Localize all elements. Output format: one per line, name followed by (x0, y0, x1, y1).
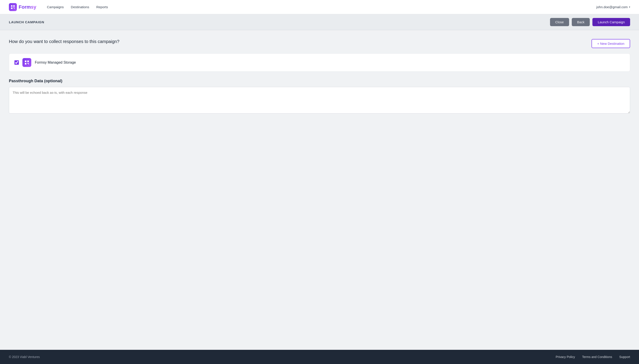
subheader-title: LAUNCH CAMPAIGN (9, 20, 44, 24)
svg-rect-4 (14, 8, 15, 9)
passthrough-title: Passthrough Data (optional) (9, 79, 630, 83)
nav-item-reports[interactable]: Reports (96, 5, 108, 9)
user-email: john.doe@gmail.com (596, 5, 628, 9)
chevron-down-icon: ▾ (629, 6, 630, 8)
footer-terms-link[interactable]: Terms and Conditions (582, 355, 612, 359)
svg-rect-9 (28, 64, 29, 64)
launch-campaign-button[interactable]: Launch Campaign (592, 18, 630, 26)
passthrough-textarea[interactable] (9, 87, 630, 114)
footer-copyright: © 2023 Viabl Ventures (9, 355, 40, 359)
destination-card: Formsy Managed Storage (9, 54, 630, 72)
logo-text: Formsy (19, 4, 36, 10)
navbar: Formsy Campaigns Destinations Reports jo… (0, 0, 639, 14)
back-button[interactable]: Back (572, 18, 590, 26)
user-menu[interactable]: john.doe@gmail.com ▾ (596, 5, 630, 9)
nav-item-campaigns[interactable]: Campaigns (47, 5, 64, 9)
logo-icon (9, 3, 17, 11)
svg-rect-7 (25, 63, 27, 64)
nav-item-destinations[interactable]: Destinations (71, 5, 89, 9)
footer-links: Privacy Policy Terms and Conditions Supp… (556, 355, 630, 359)
collection-question: How do you want to collect responses to … (9, 39, 119, 44)
svg-rect-6 (27, 60, 29, 62)
svg-rect-3 (13, 7, 15, 8)
content-header: How do you want to collect responses to … (9, 39, 630, 48)
subheader-actions: Close Back Launch Campaign (550, 18, 630, 26)
nav-links: Campaigns Destinations Reports (47, 5, 596, 9)
passthrough-section: Passthrough Data (optional) (9, 79, 630, 114)
logo[interactable]: Formsy (9, 3, 36, 11)
subheader: LAUNCH CAMPAIGN Close Back Launch Campai… (0, 14, 639, 30)
destination-icon (23, 58, 31, 67)
svg-rect-5 (25, 60, 27, 62)
footer: © 2023 Viabl Ventures Privacy Policy Ter… (0, 350, 639, 364)
main-content: How do you want to collect responses to … (0, 30, 639, 350)
destination-checkbox[interactable] (15, 60, 19, 65)
footer-support-link[interactable]: Support (619, 355, 630, 359)
svg-rect-8 (27, 63, 29, 64)
destination-name: Formsy Managed Storage (35, 60, 76, 64)
svg-rect-0 (11, 5, 13, 6)
svg-rect-1 (13, 5, 15, 6)
new-destination-button[interactable]: + New Destination (591, 39, 630, 48)
svg-rect-2 (11, 7, 13, 9)
footer-privacy-link[interactable]: Privacy Policy (556, 355, 575, 359)
close-button[interactable]: Close (550, 18, 569, 26)
